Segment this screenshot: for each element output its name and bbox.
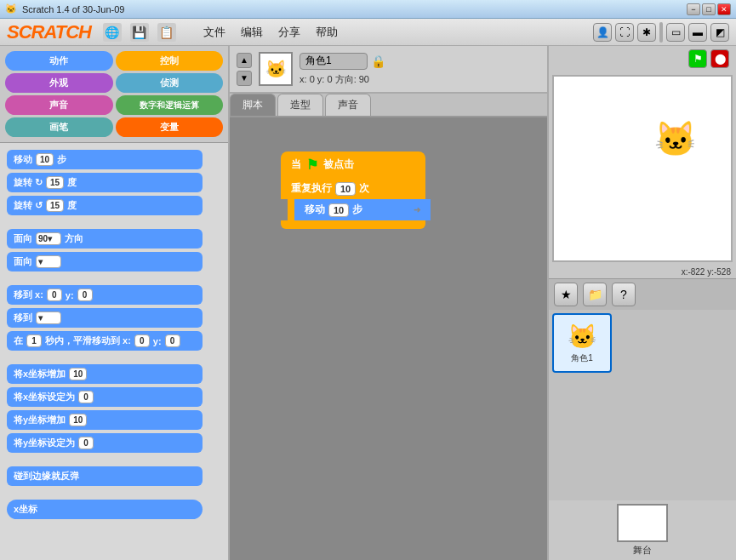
- extra-btn[interactable]: ✱: [637, 23, 656, 42]
- view-btn1[interactable]: ▭: [666, 23, 685, 42]
- center-panel: ▲ ▼ 🐱 🔒 x: 0 y: 0 方向: 90: [230, 46, 547, 560]
- sprite-star-btn[interactable]: ★: [554, 283, 578, 306]
- sprite-name-input[interactable]: [300, 53, 368, 70]
- scratch-logo: SCRATCH: [7, 21, 91, 43]
- view-btn3[interactable]: ◩: [710, 23, 729, 42]
- green-flag-btn[interactable]: ⚑: [688, 49, 707, 68]
- globe-icon[interactable]: 🌐: [103, 23, 122, 42]
- sprite-item-name: 角色1: [571, 352, 593, 364]
- fullscreen-btn[interactable]: ⛶: [615, 23, 634, 42]
- repeat-block[interactable]: 重复执行 10 次: [281, 178, 425, 199]
- block-move[interactable]: 移动 10 步: [7, 150, 203, 169]
- stage-thumbnail[interactable]: [617, 504, 668, 542]
- script-area: 当 ⚑ 被点击 重复执行 10 次: [230, 117, 547, 560]
- stage-cat-sprite: 🐱: [654, 119, 697, 159]
- nav-down-btn[interactable]: ▼: [237, 71, 252, 86]
- menu-help[interactable]: 帮助: [312, 23, 341, 42]
- left-panel: 动作 控制 外观 侦测 声音 数字和逻辑运算 画笔 变量 移动 10 步 旋转 …: [0, 46, 230, 560]
- copy-icon[interactable]: 📋: [157, 23, 176, 42]
- cat-operators[interactable]: 数字和逻辑运算: [116, 95, 224, 115]
- title-bar: 🐱 Scratch 1.4 of 30-Jun-09 − □ ✕: [0, 0, 736, 19]
- close-button[interactable]: ✕: [717, 3, 731, 15]
- block-rotate-cw[interactable]: 旋转 ↻ 15 度: [7, 173, 203, 192]
- cat-looks[interactable]: 外观: [5, 73, 113, 93]
- cat-pen[interactable]: 画笔: [5, 117, 113, 137]
- sprite-help-btn[interactable]: ?: [612, 283, 636, 306]
- block-set-x[interactable]: 将x坐标设定为 0: [7, 387, 203, 407]
- flag-icon: ⚑: [306, 157, 318, 173]
- sprite-library-bar: ★ 📁 ?: [549, 278, 736, 310]
- minimize-button[interactable]: −: [687, 3, 700, 15]
- cat-sensing[interactable]: 侦测: [116, 73, 224, 93]
- lock-icon: 🔒: [371, 54, 385, 68]
- view-btn2[interactable]: ▬: [688, 23, 707, 42]
- stop-btn[interactable]: ⬤: [710, 49, 729, 68]
- stage-display: 🐱: [552, 75, 733, 262]
- script-canvas: 当 ⚑ 被点击 重复执行 10 次: [281, 151, 425, 229]
- block-face-toward[interactable]: 面向 ▾: [7, 252, 203, 271]
- tab-costumes[interactable]: 造型: [277, 94, 323, 116]
- cat-motion[interactable]: 动作: [5, 51, 113, 71]
- block-change-y[interactable]: 将y坐标增加 10: [7, 410, 203, 430]
- save-icon[interactable]: 💾: [130, 23, 149, 42]
- categories: 动作 控制 外观 侦测 声音 数字和逻辑运算 画笔 变量: [0, 46, 228, 142]
- block-bounce[interactable]: 碰到边缘就反弹: [7, 466, 203, 486]
- cat-variables[interactable]: 变量: [116, 117, 224, 137]
- maximize-button[interactable]: □: [702, 3, 716, 15]
- stage-controls: ⚑ ⬤: [549, 46, 736, 71]
- tab-sounds[interactable]: 声音: [325, 94, 371, 116]
- sprite-thumbnail: 🐱: [259, 52, 293, 86]
- blocks-list: 移动 10 步 旋转 ↻ 15 度 旋转 ↺ 15 度 面向 90▾ 方向: [0, 143, 228, 560]
- arrow-icon: ➜: [414, 205, 420, 214]
- sprite-item-icon: 🐱: [568, 323, 597, 351]
- block-set-y[interactable]: 将y坐标设定为 0: [7, 433, 203, 453]
- sprite-item-cat[interactable]: 🐱 角色1: [552, 313, 612, 373]
- stage-section: 舞台: [549, 500, 736, 560]
- repeat-end: [281, 220, 425, 229]
- menu-file[interactable]: 文件: [200, 23, 229, 42]
- coords-display: x:-822 y:-528: [549, 266, 736, 278]
- sprite-coords: x: 0 y: 0 方向: 90: [300, 73, 385, 86]
- window-controls: − □ ✕: [687, 3, 731, 15]
- user-icon-btn[interactable]: 👤: [593, 23, 612, 42]
- hat-block[interactable]: 当 ⚑ 被点击: [281, 151, 425, 178]
- nav-up-btn[interactable]: ▲: [237, 53, 252, 68]
- menu-edit[interactable]: 编辑: [237, 23, 266, 42]
- block-rotate-ccw[interactable]: 旋转 ↺ 15 度: [7, 196, 203, 215]
- title-bar-left: 🐱 Scratch 1.4 of 30-Jun-09: [5, 3, 124, 14]
- block-face-dir[interactable]: 面向 90▾ 方向: [7, 229, 203, 249]
- main-area: 动作 控制 外观 侦测 声音 数字和逻辑运算 画笔 变量 移动 10 步 旋转 …: [0, 46, 736, 560]
- block-glide[interactable]: 在 1 秒内，平滑移动到 x: 0 y: 0: [7, 331, 203, 351]
- app-icon: 🐱: [5, 3, 17, 14]
- menu-bar: SCRATCH 🌐 💾 📋 文件 编辑 分享 帮助 👤 ⛶ ✱ ▭ ▬ ◩: [0, 19, 736, 46]
- stage-label: 舞台: [633, 544, 652, 557]
- cat-sound[interactable]: 声音: [5, 95, 113, 115]
- tab-scripts[interactable]: 脚本: [230, 94, 276, 116]
- menu-share[interactable]: 分享: [275, 23, 304, 42]
- block-x-reporter[interactable]: x坐标: [7, 500, 203, 519]
- block-change-x[interactable]: 将x坐标增加 10: [7, 364, 203, 384]
- sprite-list: 🐱 角色1: [549, 310, 736, 500]
- window-title: Scratch 1.4 of 30-Jun-09: [22, 4, 124, 14]
- cat-control[interactable]: 控制: [116, 51, 224, 71]
- move-block[interactable]: 移动 10 步 ➜: [294, 199, 431, 220]
- script-tabs: 脚本 造型 声音: [230, 94, 547, 117]
- block-goto[interactable]: 移到 ▾: [7, 308, 203, 328]
- right-panel: ⚑ ⬤ 🐱 x:-822 y:-528 ★ 📁 ? 🐱 角色1: [547, 46, 736, 560]
- sprite-folder-btn[interactable]: 📁: [583, 283, 607, 306]
- sprite-info: ▲ ▼ 🐱 🔒 x: 0 y: 0 方向: 90: [230, 46, 547, 94]
- block-goto-xy[interactable]: 移到 x: 0 y: 0: [7, 285, 203, 305]
